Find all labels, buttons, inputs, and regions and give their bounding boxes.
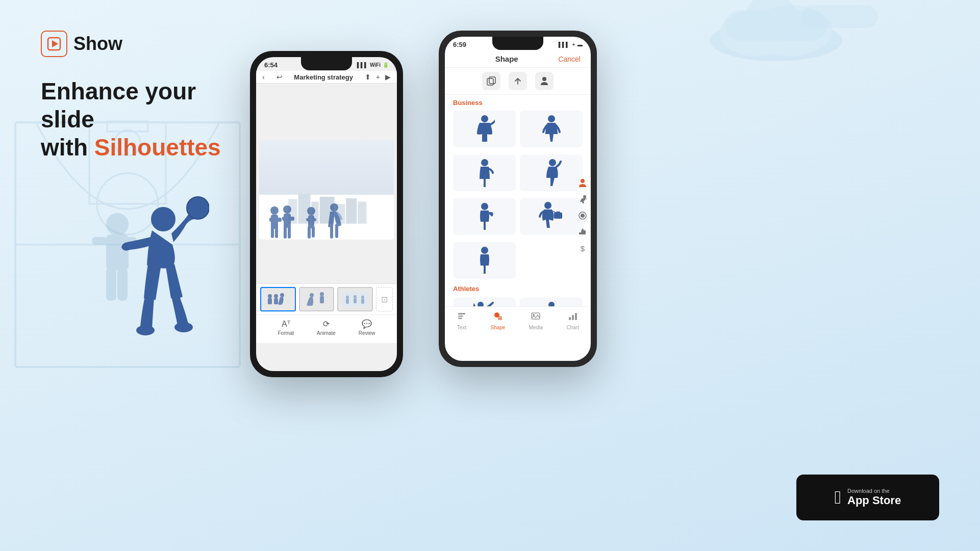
phone-left-toolbar[interactable]: ‹ ↩ Marketing strategy ⬆ + ▶ bbox=[256, 71, 397, 84]
thumb-3[interactable] bbox=[337, 287, 373, 311]
app-logo-icon bbox=[41, 31, 67, 57]
slide-title: Marketing strategy bbox=[294, 73, 353, 81]
svg-rect-49 bbox=[335, 224, 338, 238]
svg-point-29 bbox=[270, 206, 279, 215]
headline-with: with bbox=[41, 134, 94, 161]
shape-item-7[interactable] bbox=[453, 242, 516, 279]
svg-point-69 bbox=[548, 115, 555, 122]
format-icon: Aᵀ bbox=[282, 319, 290, 329]
app-name: Show bbox=[73, 33, 122, 55]
svg-point-59 bbox=[346, 296, 349, 299]
thumb-1[interactable] bbox=[260, 287, 296, 311]
review-label: Review bbox=[359, 330, 375, 336]
svg-rect-64 bbox=[361, 299, 364, 304]
svg-point-35 bbox=[283, 205, 291, 214]
phone-left: 6:54 ▌▌▌ WiFi 🔋 ‹ ↩ Marketing strategy ⬆… bbox=[250, 51, 403, 377]
shape-type-tabs bbox=[445, 68, 591, 95]
share-icon[interactable]: ⬆ bbox=[365, 73, 371, 81]
svg-rect-66 bbox=[489, 77, 495, 84]
animate-tab[interactable]: ⟳ Animate bbox=[317, 319, 336, 336]
cloud-top-right bbox=[705, 0, 847, 61]
svg-rect-84 bbox=[579, 232, 581, 234]
svg-rect-44 bbox=[311, 218, 316, 221]
shape-item-1[interactable] bbox=[453, 111, 516, 147]
shape-item-3[interactable] bbox=[453, 154, 516, 191]
basketball-player-illustration bbox=[61, 173, 209, 357]
add-slide-icon: ⊡ bbox=[381, 295, 388, 304]
svg-rect-34 bbox=[275, 227, 278, 238]
svg-rect-53 bbox=[274, 298, 278, 304]
appstore-badge[interactable]:  Download on the App Store bbox=[796, 475, 939, 520]
svg-point-83 bbox=[581, 214, 585, 218]
animate-icon: ⟳ bbox=[323, 319, 330, 329]
svg-point-91 bbox=[533, 314, 535, 316]
media-tab-icon bbox=[531, 311, 541, 324]
shape-item-6[interactable] bbox=[520, 198, 583, 235]
shape-scroll-area: Business bbox=[445, 95, 591, 336]
svg-point-55 bbox=[310, 293, 314, 297]
headline-highlight: Silhouettes bbox=[94, 134, 221, 161]
svg-rect-33 bbox=[271, 227, 274, 238]
battery-r-icon: ▬ bbox=[577, 42, 583, 47]
back-icon[interactable]: ‹ bbox=[262, 73, 265, 81]
thumb-add[interactable]: ⊡ bbox=[376, 287, 393, 311]
svg-rect-40 bbox=[288, 226, 291, 239]
svg-point-54 bbox=[280, 293, 284, 297]
appstore-small-text: Download on the bbox=[847, 488, 901, 494]
text-tab-icon bbox=[457, 311, 467, 324]
add-icon[interactable]: + bbox=[376, 73, 380, 81]
side-category-icons: $ bbox=[576, 177, 589, 254]
review-icon: 💬 bbox=[362, 319, 372, 329]
svg-rect-39 bbox=[284, 226, 287, 239]
shape-tab-duplicate[interactable] bbox=[482, 72, 500, 90]
format-tab[interactable]: Aᵀ Format bbox=[278, 319, 294, 336]
svg-rect-93 bbox=[572, 315, 574, 320]
tab-chart[interactable]: Chart bbox=[566, 311, 579, 330]
svg-rect-65 bbox=[487, 78, 493, 85]
thumb-2[interactable] bbox=[299, 287, 335, 311]
shape-bottom-tab-bar: Text Shape bbox=[445, 306, 591, 336]
tab-shape-label: Shape bbox=[491, 325, 506, 330]
svg-rect-14 bbox=[117, 268, 128, 301]
side-cat-person[interactable] bbox=[576, 177, 589, 189]
shape-item-5[interactable] bbox=[453, 198, 516, 235]
svg-point-68 bbox=[481, 115, 488, 122]
undo-icon[interactable]: ↩ bbox=[277, 73, 283, 81]
svg-point-71 bbox=[549, 159, 556, 166]
play-icon[interactable]: ▶ bbox=[385, 73, 391, 81]
tab-shape[interactable]: Shape bbox=[491, 311, 506, 330]
svg-rect-46 bbox=[312, 226, 315, 238]
svg-rect-38 bbox=[289, 217, 294, 221]
shape-panel-title: Shape bbox=[495, 55, 518, 63]
shape-panel-header: Shape Cancel bbox=[445, 50, 591, 68]
shape-panel-cancel[interactable]: Cancel bbox=[558, 55, 581, 63]
svg-rect-31 bbox=[269, 218, 274, 222]
phone-left-screen: 6:54 ▌▌▌ WiFi 🔋 ‹ ↩ Marketing strategy ⬆… bbox=[256, 57, 397, 371]
phone-left-status-icons: ▌▌▌ WiFi 🔋 bbox=[357, 62, 389, 68]
slide-main-scene bbox=[259, 140, 394, 240]
left-section: Show Enhance your slide with Silhouettes bbox=[41, 31, 255, 167]
svg-rect-87 bbox=[458, 318, 462, 320]
svg-point-50 bbox=[268, 294, 272, 298]
tab-text[interactable]: Text bbox=[457, 311, 467, 330]
slide-people bbox=[264, 201, 389, 240]
shape-item-4[interactable] bbox=[520, 154, 583, 191]
shape-tab-person[interactable] bbox=[535, 72, 554, 90]
business-grid-row1 bbox=[445, 109, 591, 149]
phone-right-frame: 6:59 ▌▌▌ ⚬ ▬ Shape Cancel bbox=[439, 31, 597, 367]
svg-point-61 bbox=[354, 295, 357, 298]
shape-tab-up[interactable] bbox=[509, 72, 527, 90]
slide-sky bbox=[259, 140, 394, 195]
tab-media[interactable]: Media bbox=[529, 311, 543, 330]
review-tab[interactable]: 💬 Review bbox=[359, 319, 375, 336]
side-cat-runner[interactable] bbox=[576, 193, 589, 205]
shape-item-2[interactable] bbox=[520, 111, 583, 147]
side-cat-thumbsup[interactable] bbox=[576, 226, 589, 238]
side-cat-dollar[interactable]: $ bbox=[576, 242, 589, 254]
svg-point-17 bbox=[174, 322, 193, 332]
side-cat-head[interactable] bbox=[576, 209, 589, 222]
phone-right-status-icons: ▌▌▌ ⚬ ▬ bbox=[559, 42, 583, 47]
phone-right-notch bbox=[492, 37, 543, 50]
toolbar-action-icons: ⬆ + ▶ bbox=[365, 73, 391, 81]
svg-rect-75 bbox=[556, 212, 560, 214]
